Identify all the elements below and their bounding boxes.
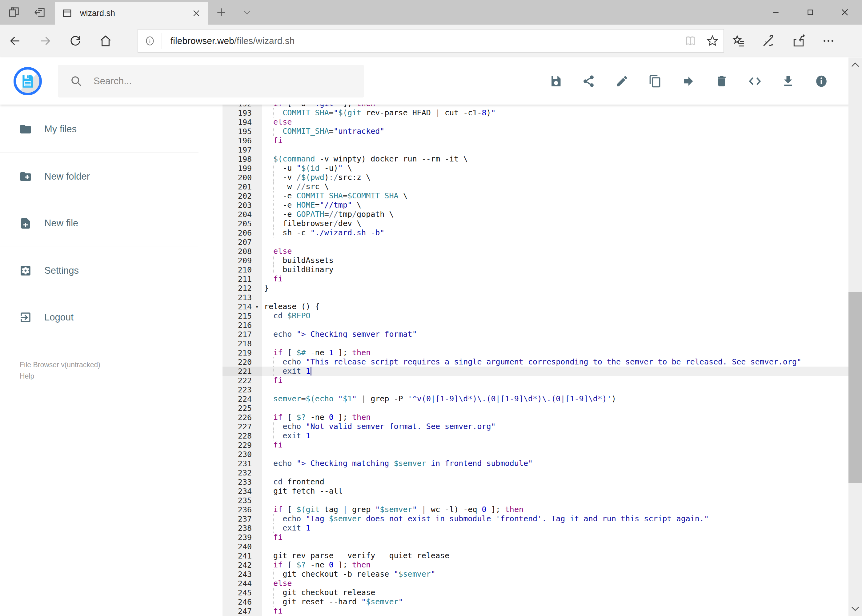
refresh-icon[interactable] bbox=[60, 25, 90, 57]
code-line[interactable]: fi bbox=[262, 607, 850, 616]
window-minimize-button[interactable] bbox=[759, 0, 793, 25]
code-line[interactable] bbox=[262, 496, 850, 505]
edit-pencil-icon[interactable] bbox=[615, 74, 629, 88]
code-line[interactable]: cd $REPO bbox=[262, 311, 850, 321]
move-arrow-icon[interactable] bbox=[681, 74, 695, 88]
code-line[interactable]: else bbox=[262, 247, 850, 256]
gutter-line-number[interactable]: 202 bbox=[222, 191, 262, 201]
gutter-line-number[interactable]: 221 bbox=[222, 366, 262, 376]
code-line[interactable]: } bbox=[262, 284, 850, 293]
gutter-line-number[interactable]: 216 bbox=[222, 321, 262, 330]
gutter-line-number[interactable]: 244 bbox=[222, 579, 262, 588]
code-line[interactable]: git fetch --all bbox=[262, 487, 850, 496]
code-line[interactable]: echo "Not valid semver format. See semve… bbox=[262, 422, 850, 431]
gutter-line-number[interactable]: 247 bbox=[222, 607, 262, 616]
code-line[interactable]: if [ $# -ne 1 ]; then bbox=[262, 348, 850, 357]
gutter-line-number[interactable]: 210 bbox=[222, 265, 262, 274]
code-line[interactable] bbox=[262, 237, 850, 247]
code-line[interactable]: -e GOPATH=//tmp/gopath \ bbox=[262, 210, 850, 219]
gutter-line-number[interactable]: 199 bbox=[222, 163, 262, 173]
tab-list-chevron-icon[interactable] bbox=[235, 0, 259, 25]
more-dots-icon[interactable] bbox=[813, 25, 843, 57]
code-line[interactable] bbox=[262, 339, 850, 348]
gutter-line-number[interactable]: 200 bbox=[222, 173, 262, 182]
gutter-line-number[interactable]: 219 bbox=[222, 348, 262, 357]
fold-toggle-icon[interactable]: ▼ bbox=[252, 304, 262, 309]
gutter-line-number[interactable]: 227 bbox=[222, 422, 262, 431]
gutter-line-number[interactable]: 192 bbox=[222, 105, 262, 108]
code-line[interactable]: fi bbox=[262, 440, 850, 449]
code-brackets-icon[interactable] bbox=[748, 74, 762, 88]
gutter-line-number[interactable]: 229 bbox=[222, 440, 262, 449]
code-line[interactable]: $(command -v winpty) docker run --rm -it… bbox=[262, 154, 850, 163]
gutter-line-number[interactable]: 198 bbox=[222, 154, 262, 163]
gutter-line-number[interactable]: 222 bbox=[222, 376, 262, 385]
sidebar-item-new-folder[interactable]: New folder bbox=[0, 161, 222, 192]
code-line[interactable]: -u "$(id -u)" \ bbox=[262, 163, 850, 173]
gutter-line-number[interactable]: 201 bbox=[222, 182, 262, 191]
code-line[interactable] bbox=[262, 468, 850, 477]
gutter-line-number[interactable]: 232 bbox=[222, 468, 262, 477]
code-line[interactable]: exit 1 bbox=[262, 366, 850, 376]
favorite-star-icon[interactable] bbox=[701, 35, 723, 47]
code-line[interactable]: -e HOME="//tmp" \ bbox=[262, 201, 850, 210]
gutter-line-number[interactable]: 246 bbox=[222, 597, 262, 607]
window-close-button[interactable] bbox=[827, 0, 862, 25]
url-text[interactable]: filebrowser.web/files/wizard.sh bbox=[162, 36, 679, 46]
editor-gutter[interactable]: 1921931941951961971981992002012022032042… bbox=[222, 105, 262, 616]
code-line[interactable]: fi bbox=[262, 274, 850, 284]
sidebar-item-settings[interactable]: Settings bbox=[0, 255, 222, 286]
info-icon[interactable] bbox=[814, 74, 828, 88]
share-icon[interactable] bbox=[581, 74, 596, 88]
filebrowser-logo-icon[interactable] bbox=[14, 67, 42, 95]
code-line[interactable]: fi bbox=[262, 533, 850, 542]
gutter-line-number[interactable]: 196 bbox=[222, 136, 262, 145]
code-line[interactable]: else bbox=[262, 118, 850, 127]
code-line[interactable]: if [ -d ".git" ]; then bbox=[262, 105, 850, 108]
delete-trash-icon[interactable] bbox=[715, 74, 728, 88]
gutter-line-number[interactable]: 211 bbox=[222, 274, 262, 284]
forward-icon[interactable] bbox=[30, 25, 60, 57]
code-line[interactable]: git rev-parse --verify --quiet release bbox=[262, 551, 850, 560]
search-input[interactable]: Search... bbox=[58, 65, 364, 97]
gutter-line-number[interactable]: 215 bbox=[222, 311, 262, 321]
code-line[interactable]: fi bbox=[262, 376, 850, 385]
gutter-line-number[interactable]: 213 bbox=[222, 293, 262, 302]
gutter-line-number[interactable]: 235 bbox=[222, 496, 262, 505]
gutter-line-number[interactable]: 238 bbox=[222, 523, 262, 533]
gutter-line-number[interactable]: 234 bbox=[222, 487, 262, 496]
code-line[interactable]: git checkout -b release "$semver" bbox=[262, 570, 850, 579]
scroll-down-icon[interactable] bbox=[848, 605, 862, 612]
code-line[interactable]: echo "> Checking matching $semver in fro… bbox=[262, 459, 850, 468]
code-line[interactable]: if [ $? -ne 0 ]; then bbox=[262, 413, 850, 422]
annotate-pen-icon[interactable] bbox=[754, 25, 783, 57]
code-line[interactable] bbox=[262, 145, 850, 154]
set-tabs-aside-icon[interactable] bbox=[28, 0, 52, 25]
gutter-line-number[interactable]: 209 bbox=[222, 256, 262, 265]
window-maximize-button[interactable] bbox=[793, 0, 827, 25]
gutter-line-number[interactable]: 205 bbox=[222, 219, 262, 228]
gutter-line-number[interactable]: 207 bbox=[222, 237, 262, 247]
sidebar-item-my-files[interactable]: My files bbox=[0, 114, 222, 145]
gutter-line-number[interactable]: 242 bbox=[222, 560, 262, 570]
code-line[interactable]: buildBinary bbox=[262, 265, 850, 274]
address-bar[interactable]: filebrowser.web/files/wizard.sh bbox=[137, 29, 724, 53]
code-line[interactable]: exit 1 bbox=[262, 523, 850, 533]
code-line[interactable]: git checkout release bbox=[262, 588, 850, 597]
code-line[interactable]: release () { bbox=[262, 302, 850, 311]
share-icon[interactable] bbox=[783, 25, 813, 57]
code-line[interactable]: cd frontend bbox=[262, 477, 850, 487]
code-line[interactable]: fi bbox=[262, 136, 850, 145]
code-line[interactable] bbox=[262, 404, 850, 413]
hub-favorites-icon[interactable] bbox=[724, 25, 754, 57]
gutter-line-number[interactable]: 218 bbox=[222, 339, 262, 348]
page-scrollbar[interactable] bbox=[848, 58, 862, 616]
code-line[interactable]: echo "This release script requires a sin… bbox=[262, 357, 850, 366]
gutter-line-number[interactable]: 208 bbox=[222, 247, 262, 256]
back-icon[interactable] bbox=[0, 25, 30, 57]
gutter-line-number[interactable]: 245 bbox=[222, 588, 262, 597]
code-line[interactable]: filebrowser/dev \ bbox=[262, 219, 850, 228]
gutter-line-number[interactable]: 206 bbox=[222, 228, 262, 237]
gutter-line-number[interactable]: 231 bbox=[222, 459, 262, 468]
code-line[interactable]: COMMIT_SHA="untracked" bbox=[262, 127, 850, 136]
